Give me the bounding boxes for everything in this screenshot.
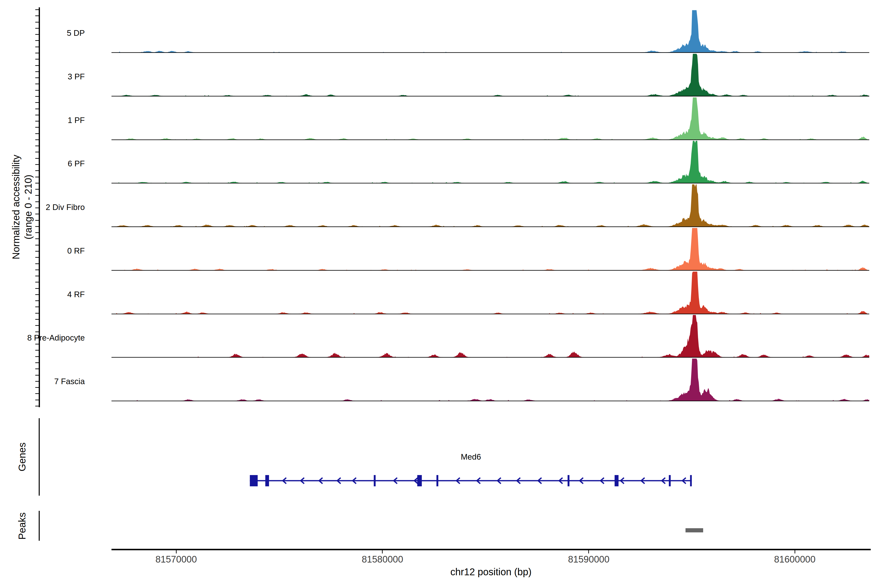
track-signal bbox=[0, 357, 882, 402]
x-axis-tick bbox=[795, 550, 795, 554]
x-axis-title: chr12 position (bp) bbox=[450, 567, 531, 578]
x-axis-tick-label: 81600000 bbox=[774, 554, 815, 565]
genome-browser-figure: Normalized accessibility (range 0 - 210)… bbox=[0, 0, 882, 588]
track-signal bbox=[0, 270, 882, 315]
peak-region bbox=[686, 528, 703, 532]
track-signal bbox=[0, 140, 882, 184]
peaks-bracket bbox=[39, 511, 40, 541]
x-axis-tick bbox=[588, 550, 589, 554]
x-axis-tick bbox=[382, 550, 383, 554]
gene-track bbox=[0, 472, 882, 489]
x-axis-line bbox=[111, 549, 871, 550]
track-signal bbox=[0, 183, 882, 227]
track-signal bbox=[0, 9, 882, 53]
track-signal bbox=[0, 52, 882, 97]
x-axis-tick-label: 81580000 bbox=[362, 554, 403, 565]
peaks-section-label: Peaks bbox=[16, 512, 28, 540]
x-axis-tick bbox=[176, 550, 177, 554]
genes-section-label: Genes bbox=[16, 442, 28, 471]
track-signal bbox=[0, 96, 882, 140]
x-axis-tick-label: 81590000 bbox=[568, 554, 609, 565]
track-signal bbox=[0, 314, 882, 358]
y-axis-tick bbox=[35, 406, 39, 406]
gene-name-label: Med6 bbox=[461, 452, 481, 462]
x-axis-tick-label: 81570000 bbox=[155, 554, 197, 565]
track-signal bbox=[0, 227, 882, 271]
